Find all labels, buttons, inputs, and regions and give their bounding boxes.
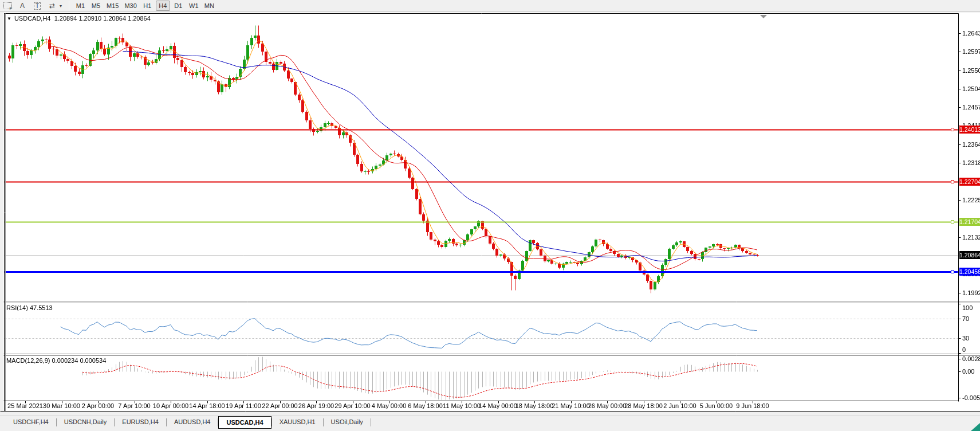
rsi-scale-label: 0 xyxy=(962,346,966,354)
grid-f-icon[interactable]: F xyxy=(1,1,14,11)
chart-tab-bar: USDCHF,H4USDCNH,DailyEURUSD,H4AUDUSD,H4U… xyxy=(0,415,980,431)
timeframe-button-m1[interactable]: M1 xyxy=(73,1,88,11)
rsi-scale-label: 70 xyxy=(962,315,969,323)
rsi-scale-label: 30 xyxy=(962,335,969,342)
price-line-tag: 1.21704 xyxy=(959,218,980,226)
price-axis-label: 1.24570 xyxy=(962,103,980,111)
rsi-scale-label: 100 xyxy=(962,304,973,312)
price-axis-label: 1.22250 xyxy=(962,196,980,204)
price-axis-label: 1.23180 xyxy=(962,159,980,167)
chart-title: ▼USDCAD,H4 1.20894 1.20910 1.20864 1.208… xyxy=(7,15,151,22)
dropdown-caret-icon[interactable]: ▾ xyxy=(60,3,65,9)
timeframe-buttons: M1M5M15M30H1H4D1W1MN xyxy=(73,1,217,11)
chart-canvas[interactable] xyxy=(0,0,980,431)
timeframe-button-h1[interactable]: H1 xyxy=(140,1,155,11)
price-line-tag: 1.24013 xyxy=(959,126,980,134)
chart-ohlc-values: 1.20894 1.20910 1.20864 1.20864 xyxy=(54,15,151,22)
macd-scale-label: 0.00 xyxy=(962,368,974,375)
chart-tab-usdcnh[interactable]: USDCNH,Daily xyxy=(57,416,115,429)
toolbar: F A T ⇄ ▾ M1M5M15M30H1H4D1W1MN xyxy=(0,0,980,12)
chart-tab-usdchf[interactable]: USDCHF,H4 xyxy=(6,416,56,429)
price-axis-label: 1.25040 xyxy=(962,85,980,93)
rsi-pane-label: RSI(14) 47.5513 xyxy=(6,304,53,311)
timeframe-button-mn[interactable]: MN xyxy=(202,1,217,11)
price-axis-label: 1.19920 xyxy=(962,289,980,297)
price-axis-label: 1.26430 xyxy=(962,29,980,37)
price-axis-label: 1.21320 xyxy=(962,233,980,241)
timeframe-button-d1[interactable]: D1 xyxy=(171,1,186,11)
price-axis-label: 1.25970 xyxy=(962,48,980,56)
macd-scale-label: -0.005418 xyxy=(962,394,980,402)
chart-tab-usdcad[interactable]: USDCAD,H4 xyxy=(218,416,271,429)
chart-tab-usoil[interactable]: USOil,Daily xyxy=(324,416,371,429)
macd-scale-label: 0.002807 xyxy=(962,355,980,363)
timeframe-button-m5[interactable]: M5 xyxy=(89,1,103,11)
cursor-tools-icon[interactable]: ⇄ xyxy=(45,1,59,11)
price-line-tag: 1.20456 xyxy=(959,268,980,276)
collapse-triangle-icon[interactable]: ▼ xyxy=(7,16,11,21)
chart-tab-eurusd[interactable]: EURUSD,H4 xyxy=(115,416,166,429)
font-a-icon[interactable]: A xyxy=(15,1,29,11)
timeframe-button-h4[interactable]: H4 xyxy=(156,1,170,11)
price-axis-label: 1.25500 xyxy=(962,66,980,75)
price-axis-label: 1.23640 xyxy=(962,140,980,148)
chart-tab-audusd[interactable]: AUDUSD,H4 xyxy=(167,416,218,429)
price-line-tag: 1.20864 xyxy=(959,251,980,259)
mt4-window: F A T ⇄ ▾ M1M5M15M30H1H4D1W1MN ▼USDCAD,H… xyxy=(0,0,980,431)
tab-divider xyxy=(371,418,371,426)
timeframe-button-w1[interactable]: W1 xyxy=(187,1,201,11)
resize-grip[interactable] xyxy=(971,423,980,431)
toolbar-separator xyxy=(69,1,69,10)
macd-pane-label: MACD(12,26,9) 0.000234 0.000534 xyxy=(6,357,106,364)
chart-tab-xauusd[interactable]: XAUUSD,H1 xyxy=(272,416,323,429)
price-line-tag: 1.22704 xyxy=(959,178,980,186)
text-box-icon[interactable]: T xyxy=(30,1,44,11)
timeframe-button-m30[interactable]: M30 xyxy=(122,1,139,11)
date-axis-label: 9 Jun 18:00 xyxy=(727,402,778,409)
timeframe-button-m15[interactable]: M15 xyxy=(104,1,121,11)
chart-symbol-label: USDCAD,H4 xyxy=(14,15,51,22)
